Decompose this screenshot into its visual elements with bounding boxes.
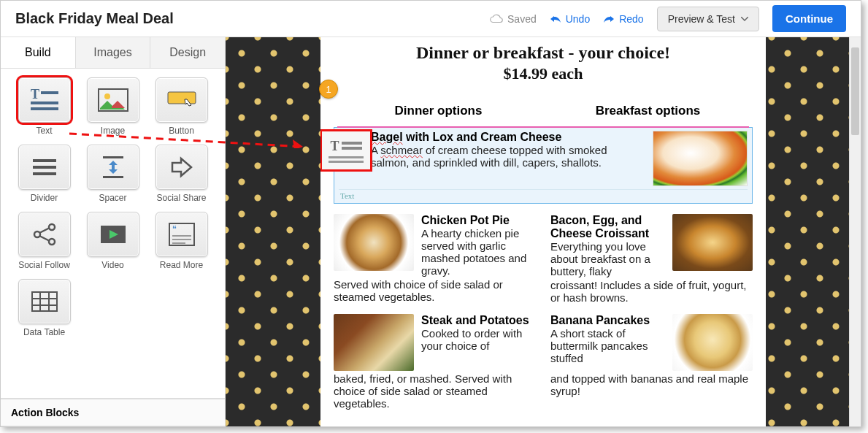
readmore-icon: “ xyxy=(166,222,197,247)
redo-button[interactable]: Redo xyxy=(603,13,643,25)
svg-rect-8 xyxy=(33,172,56,175)
tab-design[interactable]: Design xyxy=(150,37,225,68)
block-social-follow[interactable]: Social Follow xyxy=(15,212,74,270)
chevron-down-icon xyxy=(741,17,748,21)
text-icon: T xyxy=(28,87,61,113)
video-icon xyxy=(98,223,128,246)
svg-rect-9 xyxy=(33,166,56,169)
steak-image[interactable] xyxy=(334,314,414,371)
block-social-share[interactable]: Social Share xyxy=(152,145,212,203)
canvas[interactable]: Dinner or breakfast - your choice! $14.9… xyxy=(226,37,861,426)
svg-point-5 xyxy=(104,93,110,99)
column-header-dinner[interactable]: Dinner options xyxy=(334,104,543,118)
block-spacer[interactable]: Spacer xyxy=(83,145,143,203)
svg-point-13 xyxy=(49,224,55,230)
svg-rect-2 xyxy=(31,101,58,104)
scrollbar-thumb[interactable] xyxy=(851,47,859,135)
undo-icon xyxy=(550,15,561,23)
block-read-more[interactable]: “ Read More xyxy=(152,212,212,270)
email-headline[interactable]: Dinner or breakfast - your choice! xyxy=(334,43,753,63)
saved-label: Saved xyxy=(507,13,537,25)
insertion-indicator xyxy=(337,126,749,128)
svg-rect-21 xyxy=(172,239,191,240)
tab-images[interactable]: Images xyxy=(76,37,151,68)
follow-icon xyxy=(30,222,59,247)
block-image[interactable]: Image xyxy=(83,77,143,136)
undo-button[interactable]: Undo xyxy=(550,13,590,25)
spacer-icon xyxy=(99,155,128,180)
email-price[interactable]: $14.99 each xyxy=(334,64,753,83)
croissant-image[interactable] xyxy=(672,214,753,271)
table-icon xyxy=(30,290,59,313)
croissant-desc[interactable]: Everything you love about breakfast on a… xyxy=(550,240,665,277)
pancake-desc[interactable]: A short stack of buttermilk pancakes stu… xyxy=(550,327,665,364)
saved-indicator: Saved xyxy=(490,13,537,25)
block-text[interactable]: T Text xyxy=(15,77,74,136)
steak-desc[interactable]: Cooked to order with your choice of xyxy=(421,327,536,352)
tab-build[interactable]: Build xyxy=(1,37,76,68)
svg-rect-20 xyxy=(172,235,191,237)
steak-title[interactable]: Steak and Potatoes xyxy=(421,314,536,327)
svg-rect-23 xyxy=(32,292,57,311)
svg-line-15 xyxy=(39,228,50,233)
svg-text:“: “ xyxy=(172,224,177,234)
divider-icon xyxy=(30,156,59,178)
canvas-scrollbar[interactable] xyxy=(849,37,861,426)
pancake-title[interactable]: Banana Pancakes xyxy=(550,314,665,327)
bagel-image[interactable] xyxy=(653,131,748,186)
potpie-desc[interactable]: A hearty chicken pie served with garlic … xyxy=(421,227,536,277)
svg-rect-7 xyxy=(33,159,56,162)
dragged-text-block[interactable]: T xyxy=(320,129,372,172)
column-header-breakfast[interactable]: Breakfast options xyxy=(543,104,753,118)
share-icon xyxy=(168,156,196,179)
action-blocks-header[interactable]: Action Blocks xyxy=(1,398,225,426)
potpie-image[interactable] xyxy=(334,214,414,271)
preview-test-button[interactable]: Preview & Test xyxy=(657,7,759,31)
text-drop-target[interactable]: T Bagel with Lox and Cream Cheese A schm… xyxy=(334,127,753,204)
cloud-icon xyxy=(490,14,503,24)
button-icon xyxy=(165,89,199,111)
svg-text:T: T xyxy=(31,87,39,101)
block-divider[interactable]: Divider xyxy=(15,145,74,203)
svg-rect-10 xyxy=(103,156,123,158)
bagel-title[interactable]: Bagel with Lox and Cream Cheese xyxy=(371,131,645,144)
svg-rect-22 xyxy=(172,242,185,244)
svg-rect-11 xyxy=(103,176,123,178)
svg-line-16 xyxy=(39,236,50,241)
block-video[interactable]: Video xyxy=(83,212,143,270)
redo-icon xyxy=(603,15,615,23)
svg-rect-1 xyxy=(41,91,58,94)
block-button[interactable]: Button xyxy=(152,77,212,136)
croissant-title[interactable]: Bacon, Egg, and Cheese Croissant xyxy=(550,214,665,240)
sidebar-tabs: Build Images Design xyxy=(1,37,225,69)
annotation-step-1: 1 xyxy=(319,80,338,99)
svg-rect-6 xyxy=(168,92,196,104)
sidebar: Build Images Design T Text Image xyxy=(1,37,226,426)
svg-point-14 xyxy=(49,239,55,245)
svg-rect-3 xyxy=(31,107,58,110)
block-data-table[interactable]: Data Table xyxy=(15,279,74,337)
pancake-image[interactable] xyxy=(672,314,753,371)
image-icon xyxy=(97,88,129,112)
continue-button[interactable]: Continue xyxy=(772,5,846,32)
email-body[interactable]: Dinner or breakfast - your choice! $14.9… xyxy=(320,37,766,426)
potpie-title[interactable]: Chicken Pot Pie xyxy=(421,214,536,227)
bagel-desc[interactable]: A schmear of cream cheese topped with sm… xyxy=(371,144,645,169)
campaign-title: Black Friday Meal Deal xyxy=(15,10,174,27)
drop-block-type-label: Text xyxy=(339,189,748,200)
header-bar: Black Friday Meal Deal Saved Undo Redo P… xyxy=(1,1,861,37)
